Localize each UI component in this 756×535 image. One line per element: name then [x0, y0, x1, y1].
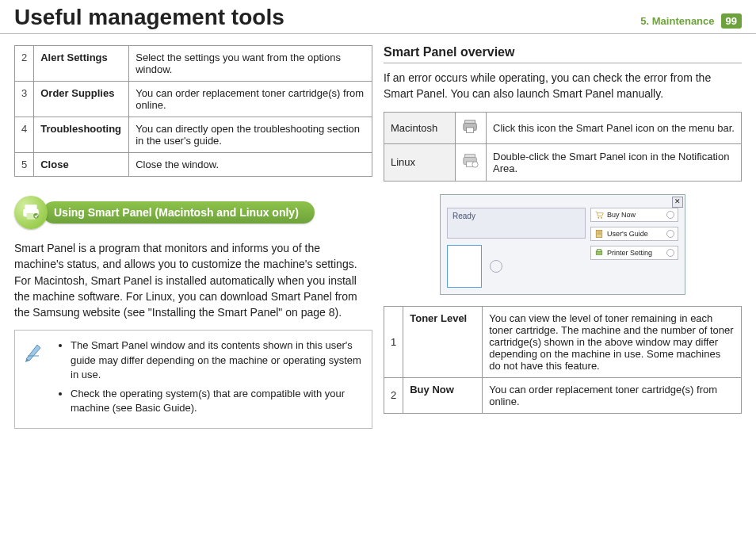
os-table: Macintosh Click this icon the Smart Pane…	[384, 112, 742, 182]
page-title: Useful management tools	[14, 5, 284, 30]
svg-rect-17	[598, 249, 601, 251]
status-text: Ready	[452, 212, 475, 220]
info-circle-icon	[490, 260, 502, 273]
chapter-label: 5. Maintenance	[640, 15, 714, 27]
printer-icon	[462, 125, 479, 137]
header-right: 5. Maintenance 99	[640, 13, 742, 29]
os-desc: Double-click the Smart Panel icon in the…	[487, 143, 742, 181]
row-desc: Close the window.	[129, 153, 372, 177]
os-icon-cell	[456, 112, 487, 143]
status-box: Ready	[447, 208, 586, 239]
close-icon[interactable]: ✕	[672, 197, 683, 208]
overview-paragraph: If an error occurs while operating, you …	[384, 70, 742, 102]
users-guide-button[interactable]: User's Guide	[590, 227, 678, 241]
book-icon	[594, 229, 604, 239]
row-number: 1	[384, 306, 403, 377]
note-item: The Smart Panel window and its contents …	[71, 338, 362, 382]
svg-point-10	[472, 162, 478, 167]
table-row: 2 Alert Settings Select the settings you…	[15, 46, 372, 82]
svg-rect-6	[467, 128, 474, 132]
row-term: Alert Settings	[34, 46, 129, 82]
printer-setting-button[interactable]: Printer Setting	[590, 246, 678, 260]
right-column: Smart Panel overview If an error occurs …	[384, 45, 742, 429]
row-term: Buy Now	[403, 377, 483, 413]
toner-cartridge	[447, 245, 482, 288]
row-number: 2	[384, 377, 403, 413]
button-indicator	[666, 230, 674, 238]
button-indicator	[666, 211, 674, 219]
row-desc: You can view the level of toner remainin…	[483, 306, 742, 377]
svg-point-12	[601, 216, 602, 218]
row-desc: You can order replacement toner cartridg…	[483, 377, 742, 413]
note-box: The Smart Panel window and its contents …	[14, 330, 372, 429]
toner-area	[447, 245, 586, 288]
table-row: 4 Troubleshooting You can directly open …	[15, 117, 372, 153]
row-number: 5	[15, 153, 34, 177]
row-term: Toner Level	[403, 306, 483, 377]
options-table: 2 Alert Settings Select the settings you…	[14, 45, 372, 177]
row-number: 2	[15, 46, 34, 82]
page-header: Useful management tools 5. Maintenance 9…	[0, 0, 756, 34]
os-desc: Click this icon the Smart Panel icon on …	[487, 112, 742, 143]
table-row: 1 Toner Level You can view the level of …	[384, 306, 742, 377]
note-icon	[23, 338, 48, 420]
row-desc: You can order replacement toner cartridg…	[129, 82, 372, 117]
subsection-heading: Smart Panel overview	[384, 45, 742, 63]
button-label: User's Guide	[607, 230, 648, 238]
printer-icon	[594, 248, 604, 258]
row-term: Close	[34, 153, 129, 177]
button-label: Printer Setting	[607, 249, 652, 257]
cart-icon	[594, 210, 604, 220]
row-number: 4	[15, 117, 34, 153]
button-label: Buy Now	[607, 211, 636, 219]
buy-now-button[interactable]: Buy Now	[590, 208, 678, 222]
printer-icon	[14, 196, 48, 229]
row-term: Order Supplies	[34, 82, 129, 117]
printer-icon	[462, 159, 479, 171]
row-number: 3	[15, 82, 34, 117]
os-icon-cell	[456, 143, 487, 181]
os-name: Linux	[384, 143, 456, 181]
row-desc: Select the settings you want from the op…	[129, 46, 372, 82]
section-title-tag: Using Smart Panel (Macintosh and Linux o…	[43, 201, 315, 224]
table-row: 2 Buy Now You can order replacement tone…	[384, 377, 742, 413]
table-row: 3 Order Supplies You can order replaceme…	[15, 82, 372, 117]
row-term: Troubleshooting	[34, 117, 129, 153]
left-column: 2 Alert Settings Select the settings you…	[14, 45, 372, 429]
smart-panel-description: Smart Panel is a program that monitors a…	[14, 240, 372, 320]
section-header: Using Smart Panel (Macintosh and Linux o…	[14, 196, 372, 229]
button-indicator	[666, 249, 674, 257]
table-row: Linux Double-click the Smart Panel icon …	[384, 143, 742, 181]
note-list: The Smart Panel window and its contents …	[56, 338, 362, 420]
svg-point-11	[598, 216, 599, 218]
page-number-badge: 99	[721, 13, 742, 29]
table-row: Macintosh Click this icon the Smart Pane…	[384, 112, 742, 143]
table-row: 5 Close Close the window.	[15, 153, 372, 177]
note-item: Check the operating system(s) that are c…	[71, 387, 362, 415]
row-desc: You can directly open the troubleshootin…	[129, 117, 372, 153]
os-name: Macintosh	[384, 112, 456, 143]
smart-panel-table: 1 Toner Level You can view the level of …	[384, 306, 742, 414]
smart-panel-window: ✕ Ready Buy Now	[440, 194, 685, 295]
